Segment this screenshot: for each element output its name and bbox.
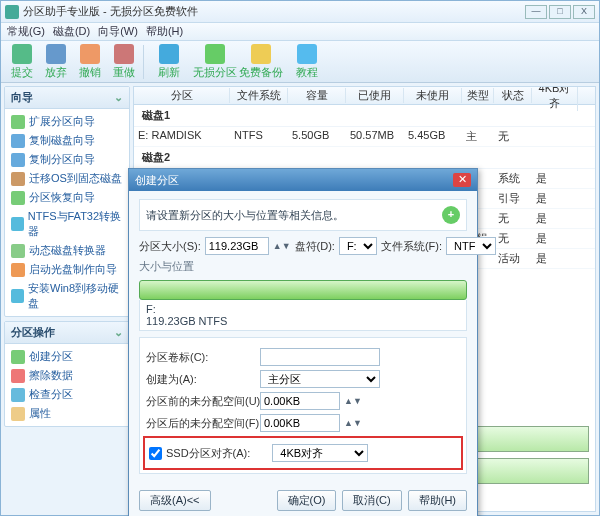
tool-无损分区[interactable]: 无损分区 bbox=[192, 44, 238, 80]
wizard-panel: 向导⌄ 扩展分区向导 复制磁盘向导 复制分区向导 迁移OS到固态磁盘 分区恢复向… bbox=[4, 86, 130, 317]
sidebar-item[interactable]: 扩展分区向导 bbox=[7, 112, 127, 131]
cell: 无 bbox=[494, 231, 532, 246]
create-as-lbl: 创建为(A): bbox=[146, 372, 256, 387]
sidebar-item-label: 动态磁盘转换器 bbox=[29, 243, 106, 258]
close-button[interactable]: X bbox=[573, 5, 595, 19]
sidebar-item[interactable]: 安装Win8到移动硬盘 bbox=[7, 279, 127, 313]
menu-disk[interactable]: 磁盘(D) bbox=[53, 24, 90, 39]
tool-免费备份[interactable]: 免费备份 bbox=[238, 44, 284, 80]
col-header[interactable]: 4KB对齐 bbox=[532, 86, 578, 111]
dialog-title: 创建分区 bbox=[135, 173, 179, 188]
size-slider[interactable] bbox=[139, 280, 467, 300]
cell: E: RAMDISK bbox=[134, 129, 230, 144]
menubar: 常规(G) 磁盘(D) 向导(W) 帮助(H) bbox=[1, 23, 599, 41]
cell: 活动 bbox=[494, 251, 532, 266]
sidebar-item[interactable]: 创建分区 bbox=[7, 347, 127, 366]
sidebar-item[interactable]: 动态磁盘转换器 bbox=[7, 241, 127, 260]
tool-icon bbox=[205, 44, 225, 64]
cell: 无 bbox=[494, 129, 532, 144]
partition-row[interactable]: E: RAMDISKNTFS5.50GB50.57MB5.45GB主无 bbox=[134, 127, 595, 147]
spinner-icon[interactable]: ▲▼ bbox=[344, 418, 362, 428]
tool-撤销[interactable]: 撤销 bbox=[73, 44, 107, 80]
col-header[interactable]: 分区 bbox=[134, 88, 230, 103]
volume-label-input[interactable] bbox=[260, 348, 380, 366]
disk-row[interactable]: 磁盘1 bbox=[134, 105, 595, 127]
tool-label: 放弃 bbox=[45, 65, 67, 80]
sidebar-item[interactable]: 擦除数据 bbox=[7, 366, 127, 385]
col-header[interactable]: 类型 bbox=[462, 88, 494, 103]
maximize-button[interactable]: □ bbox=[549, 5, 571, 19]
collapse-icon[interactable]: ⌄ bbox=[114, 326, 123, 339]
sidebar-item-label: 扩展分区向导 bbox=[29, 114, 95, 129]
menu-general[interactable]: 常规(G) bbox=[7, 24, 45, 39]
window-title: 分区助手专业版 - 无损分区免费软件 bbox=[23, 4, 525, 19]
tool-icon bbox=[80, 44, 100, 64]
col-header[interactable]: 容量 bbox=[288, 88, 346, 103]
slider-drive: F: bbox=[146, 303, 460, 315]
sidebar-icon bbox=[11, 407, 25, 421]
sidebar-item-label: 安装Win8到移动硬盘 bbox=[28, 281, 123, 311]
tool-教程[interactable]: 教程 bbox=[284, 44, 330, 80]
tool-icon bbox=[297, 44, 317, 64]
sidebar-item[interactable]: 复制磁盘向导 bbox=[7, 131, 127, 150]
tool-label: 重做 bbox=[113, 65, 135, 80]
menu-help[interactable]: 帮助(H) bbox=[146, 24, 183, 39]
col-header[interactable]: 状态 bbox=[494, 88, 532, 103]
slider-info: 119.23GB NTFS bbox=[146, 315, 460, 327]
sidebar-item[interactable]: 检查分区 bbox=[7, 385, 127, 404]
sidebar-item-label: 创建分区 bbox=[29, 349, 73, 364]
sidebar-item-label: 复制磁盘向导 bbox=[29, 133, 95, 148]
sidebar-item[interactable]: NTFS与FAT32转换器 bbox=[7, 207, 127, 241]
col-header[interactable]: 已使用 bbox=[346, 88, 404, 103]
after-space-input[interactable] bbox=[260, 414, 340, 432]
sidebar-icon bbox=[11, 369, 25, 383]
size-input[interactable] bbox=[205, 237, 269, 255]
create-as-select[interactable]: 主分区 bbox=[260, 370, 380, 388]
ok-button[interactable]: 确定(O) bbox=[277, 490, 337, 511]
sidebar-item-label: 迁移OS到固态磁盘 bbox=[29, 171, 122, 186]
before-space-lbl: 分区前的未分配空间(U): bbox=[146, 394, 256, 409]
tool-刷新[interactable]: 刷新 bbox=[146, 44, 192, 80]
help-button[interactable]: 帮助(H) bbox=[408, 490, 467, 511]
tool-label: 撤销 bbox=[79, 65, 101, 80]
dialog-close-button[interactable]: ✕ bbox=[453, 173, 471, 187]
minimize-button[interactable]: — bbox=[525, 5, 547, 19]
col-header[interactable]: 未使用 bbox=[404, 88, 462, 103]
cell: 是 bbox=[532, 171, 578, 186]
sidebar-item[interactable]: 复制分区向导 bbox=[7, 150, 127, 169]
sidebar-item[interactable]: 属性 bbox=[7, 404, 127, 423]
sidebar-item[interactable]: 启动光盘制作向导 bbox=[7, 260, 127, 279]
spinner-icon[interactable]: ▲▼ bbox=[273, 241, 291, 251]
sidebar-item-label: 分区恢复向导 bbox=[29, 190, 95, 205]
ssd-align-select[interactable]: 4KB对齐 bbox=[272, 444, 368, 462]
col-header[interactable]: 文件系统 bbox=[230, 88, 288, 103]
spinner-icon[interactable]: ▲▼ bbox=[344, 396, 362, 406]
tool-重做[interactable]: 重做 bbox=[107, 44, 141, 80]
collapse-icon[interactable]: ⌄ bbox=[114, 91, 123, 104]
advanced-button[interactable]: 高级(A)<< bbox=[139, 490, 211, 511]
sidebar-icon bbox=[11, 191, 25, 205]
sidebar-icon bbox=[11, 263, 25, 277]
position-label: 大小与位置 bbox=[139, 259, 467, 274]
drive-select[interactable]: F: bbox=[339, 237, 377, 255]
disk-row[interactable]: 磁盘2 bbox=[134, 147, 595, 169]
sidebar-item-label: 启动光盘制作向导 bbox=[29, 262, 117, 277]
sidebar-item[interactable]: 迁移OS到固态磁盘 bbox=[7, 169, 127, 188]
cell bbox=[532, 129, 578, 144]
tool-label: 刷新 bbox=[158, 65, 180, 80]
ops-panel: 分区操作⌄ 创建分区 擦除数据 检查分区 属性 bbox=[4, 321, 130, 427]
tool-icon bbox=[251, 44, 271, 64]
ssd-align-checkbox[interactable] bbox=[149, 447, 162, 460]
cell: 无 bbox=[494, 211, 532, 226]
sidebar-item-label: NTFS与FAT32转换器 bbox=[28, 209, 123, 239]
cancel-button[interactable]: 取消(C) bbox=[342, 490, 401, 511]
menu-wizard[interactable]: 向导(W) bbox=[98, 24, 138, 39]
sidebar-item[interactable]: 分区恢复向导 bbox=[7, 188, 127, 207]
tool-提交[interactable]: 提交 bbox=[5, 44, 39, 80]
tool-label: 提交 bbox=[11, 65, 33, 80]
tool-放弃[interactable]: 放弃 bbox=[39, 44, 73, 80]
fs-select[interactable]: NTFS bbox=[446, 237, 496, 255]
sidebar-icon bbox=[11, 388, 25, 402]
sidebar-item-label: 擦除数据 bbox=[29, 368, 73, 383]
before-space-input[interactable] bbox=[260, 392, 340, 410]
